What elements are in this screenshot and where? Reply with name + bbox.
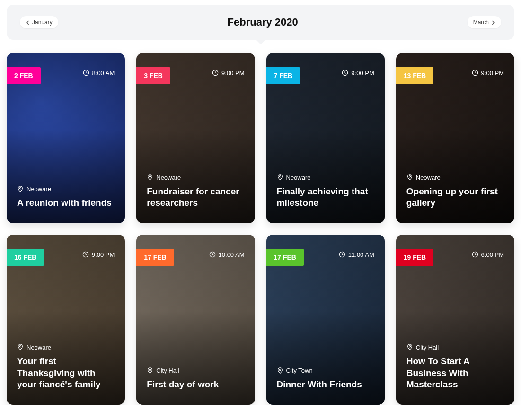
event-time-wrap: 9:00 PM [82, 251, 115, 258]
next-month-button[interactable]: March [468, 16, 501, 28]
event-location: Neoware [416, 174, 441, 181]
event-date: 3 FEB [144, 72, 163, 79]
date-tag: 19 FEB [396, 249, 433, 266]
map-pin-icon [277, 174, 283, 181]
event-time: 8:00 AM [92, 70, 115, 77]
event-title: Finally achieving that milestone [277, 186, 374, 209]
event-time: 10:00 AM [219, 251, 245, 258]
event-card[interactable]: 7 FEB 9:00 PM Neoware Finally achieving … [266, 53, 385, 223]
clock-icon [212, 70, 219, 76]
chevron-right-icon [491, 20, 495, 25]
clock-icon [83, 70, 89, 76]
month-nav-bar: January February 2020 March [7, 5, 514, 40]
event-time: 9:00 PM [481, 70, 504, 77]
event-time: 6:00 PM [481, 251, 504, 258]
prev-month-label: January [32, 19, 53, 26]
event-time: 9:00 PM [351, 70, 374, 77]
clock-icon [342, 70, 348, 76]
date-tag: 16 FEB [7, 249, 44, 266]
svg-point-7 [409, 176, 410, 177]
event-location: City Town [286, 367, 313, 374]
map-pin-icon [277, 368, 283, 374]
current-month-heading: February 2020 [228, 16, 298, 28]
event-time-wrap: 9:00 PM [342, 70, 374, 77]
map-pin-icon [406, 344, 413, 350]
event-location-wrap: Neoware [277, 174, 374, 181]
date-tag: 3 FEB [136, 67, 170, 84]
event-card[interactable]: 2 FEB 8:00 AM Neoware A reunion with fri… [7, 53, 125, 223]
event-time: 11:00 AM [348, 251, 374, 258]
date-tag: 17 FEB [136, 249, 174, 266]
event-card[interactable]: 16 FEB 9:00 PM Neoware Your first Thanks… [7, 235, 125, 405]
event-time-wrap: 6:00 PM [472, 251, 504, 258]
svg-point-15 [409, 346, 410, 347]
event-card[interactable]: 17 FEB 11:00 AM City Town Dinner With Fr… [266, 235, 385, 405]
event-card[interactable]: 13 FEB 9:00 PM Neoware Opening up your f… [396, 53, 514, 223]
date-tag: 7 FEB [266, 67, 300, 84]
event-title: A reunion with friends [17, 197, 115, 209]
event-time-wrap: 9:00 PM [472, 70, 504, 77]
clock-icon [472, 251, 478, 258]
event-location: City Hall [156, 367, 179, 374]
map-pin-icon [17, 186, 24, 192]
event-location: Neoware [26, 185, 51, 192]
event-time: 9:00 PM [221, 70, 244, 77]
prev-month-button[interactable]: January [20, 16, 58, 28]
event-time-wrap: 8:00 AM [83, 70, 115, 77]
event-location: Neoware [286, 174, 311, 181]
event-date: 7 FEB [274, 72, 293, 79]
event-location: City Hall [416, 344, 439, 351]
event-time-wrap: 9:00 PM [212, 70, 244, 77]
event-date: 17 FEB [274, 254, 296, 261]
svg-point-9 [19, 346, 21, 347]
event-location-wrap: City Town [277, 367, 374, 374]
event-card[interactable]: 19 FEB 6:00 PM City Hall How To Start A … [396, 235, 514, 405]
event-location-wrap: City Hall [406, 344, 504, 351]
chevron-left-icon [26, 20, 30, 25]
next-month-label: March [473, 19, 489, 26]
event-date: 19 FEB [404, 254, 426, 261]
events-grid: 2 FEB 8:00 AM Neoware A reunion with fri… [7, 53, 514, 405]
event-title: Fundraiser for cancer researchers [147, 186, 244, 209]
event-time-wrap: 11:00 AM [339, 251, 374, 258]
map-pin-icon [147, 174, 153, 181]
date-tag: 17 FEB [266, 249, 304, 266]
event-date: 16 FEB [14, 254, 36, 261]
event-date: 2 FEB [14, 72, 33, 79]
event-location-wrap: Neoware [17, 344, 115, 351]
event-title: How To Start A Business With Masterclass [406, 356, 504, 391]
svg-point-11 [150, 369, 151, 370]
svg-point-1 [19, 187, 21, 189]
map-pin-icon [17, 344, 24, 350]
clock-icon [472, 70, 478, 76]
event-location-wrap: Neoware [406, 174, 504, 181]
event-date: 17 FEB [144, 254, 166, 261]
clock-icon [82, 251, 89, 258]
clock-icon [209, 251, 216, 258]
date-tag: 2 FEB [7, 67, 41, 84]
event-time: 9:00 PM [92, 251, 115, 258]
event-card[interactable]: 17 FEB 10:00 AM City Hall First day of w… [136, 235, 255, 405]
clock-icon [339, 251, 345, 258]
map-pin-icon [147, 368, 153, 374]
svg-point-3 [150, 176, 151, 177]
event-title: Opening up your first gallery [406, 186, 504, 209]
event-location-wrap: City Hall [147, 367, 244, 374]
event-title: Your first Thanksgiving with your fiancé… [17, 356, 115, 391]
event-card[interactable]: 3 FEB 9:00 PM Neoware Fundraiser for can… [136, 53, 255, 223]
date-tag: 13 FEB [396, 67, 433, 84]
event-location: Neoware [26, 344, 51, 351]
event-title: Dinner With Friends [277, 379, 374, 391]
event-location-wrap: Neoware [147, 174, 244, 181]
event-location: Neoware [156, 174, 181, 181]
event-location-wrap: Neoware [17, 185, 115, 192]
event-title: First day of work [147, 379, 244, 391]
event-date: 13 FEB [404, 72, 426, 79]
svg-point-13 [279, 369, 281, 370]
event-time-wrap: 10:00 AM [209, 251, 245, 258]
svg-point-5 [279, 176, 281, 177]
map-pin-icon [406, 174, 413, 181]
